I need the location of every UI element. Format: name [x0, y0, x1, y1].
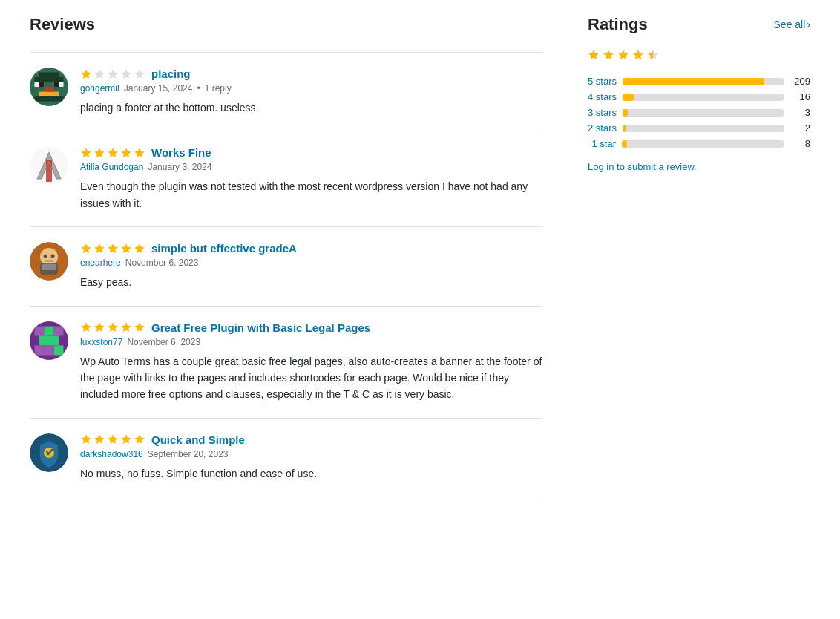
- reviewer-name[interactable]: Atilla Gundogan: [80, 162, 143, 172]
- review-item: simple but effective gradeA enearhere No…: [30, 227, 543, 306]
- review-content: Great Free Plugin with Basic Legal Pages…: [80, 321, 543, 403]
- reply-count: 1 reply: [205, 83, 232, 94]
- svg-rect-37: [35, 326, 45, 335]
- bar-count: 3: [790, 107, 810, 118]
- svg-rect-42: [54, 345, 64, 355]
- reviewer-avatar: [30, 433, 68, 472]
- review-date: January 3, 2024: [148, 162, 211, 172]
- star-label[interactable]: 2 stars: [588, 122, 617, 134]
- reviewer-name[interactable]: enearhere: [80, 258, 121, 268]
- svg-rect-9: [45, 87, 54, 92]
- svg-rect-38: [54, 326, 64, 335]
- log-in-link[interactable]: Log in to submit a review.: [588, 161, 697, 172]
- log-in-text: Log in to submit a review.: [588, 161, 810, 172]
- review-content: simple but effective gradeA enearhere No…: [80, 242, 543, 290]
- reviewer-name[interactable]: gongermil: [80, 83, 119, 94]
- svg-point-28: [44, 255, 47, 258]
- review-content: Quick and Simple darkshadow316 September…: [80, 433, 543, 482]
- svg-rect-1: [39, 73, 59, 78]
- review-stars: [80, 147, 145, 159]
- review-item: placing gongermil January 15, 2024• 1 re…: [30, 52, 543, 131]
- svg-marker-53: [108, 435, 117, 445]
- review-meta: Atilla Gundogan January 3, 2024: [80, 162, 543, 172]
- svg-marker-46: [108, 322, 117, 332]
- review-item: Great Free Plugin with Basic Legal Pages…: [30, 307, 543, 419]
- review-meta: enearhere November 6, 2023: [80, 258, 543, 268]
- reviewer-name[interactable]: darkshadow316: [80, 449, 143, 459]
- svg-marker-14: [134, 69, 144, 79]
- svg-marker-13: [121, 69, 131, 79]
- bar-track: [622, 140, 784, 148]
- svg-rect-27: [42, 264, 56, 270]
- svg-rect-7: [39, 92, 59, 97]
- svg-marker-60: [648, 50, 657, 59]
- review-body: Even though the plugin was not tested wi…: [80, 178, 543, 212]
- bar-count: 16: [790, 91, 810, 102]
- review-body: No muss, no fuss. Simple function and ea…: [80, 465, 543, 482]
- svg-marker-33: [108, 243, 117, 253]
- svg-rect-2: [35, 77, 64, 82]
- star-label[interactable]: 3 stars: [588, 107, 617, 118]
- review-meta: gongermil January 15, 2024• 1 reply: [80, 83, 543, 94]
- svg-marker-10: [81, 69, 91, 79]
- review-title[interactable]: Works Fine: [151, 146, 211, 159]
- svg-marker-47: [121, 322, 131, 332]
- bar-count: 8: [790, 138, 810, 149]
- bar-fill: [623, 94, 634, 101]
- review-meta: darkshadow316 September 20, 2023: [80, 449, 543, 459]
- bar-fill: [622, 140, 627, 148]
- svg-rect-40: [39, 335, 59, 345]
- bar-track: [623, 109, 784, 117]
- bar-fill: [623, 78, 764, 85]
- bar-track: [623, 94, 784, 101]
- svg-marker-45: [94, 322, 104, 332]
- star-label[interactable]: 5 stars: [588, 76, 617, 87]
- review-body: Easy peas.: [80, 274, 543, 290]
- reviewer-name[interactable]: luxxston77: [80, 337, 122, 347]
- review-date: November 6, 2023: [127, 337, 200, 347]
- svg-marker-56: [588, 50, 598, 59]
- svg-marker-48: [134, 322, 144, 332]
- review-body: Wp Auto Terms has a couple great basic f…: [80, 353, 543, 403]
- svg-marker-54: [121, 435, 131, 445]
- svg-rect-30: [45, 260, 53, 262]
- review-date: January 15, 2024: [124, 83, 193, 94]
- review-header: Works Fine: [80, 146, 543, 159]
- review-meta: luxxston77 November 6, 2023: [80, 337, 543, 347]
- svg-marker-52: [94, 435, 104, 445]
- review-stars: [80, 433, 145, 445]
- star-label[interactable]: 4 stars: [588, 91, 617, 102]
- svg-marker-34: [121, 243, 131, 253]
- svg-rect-8: [35, 96, 64, 102]
- review-title[interactable]: placing: [151, 68, 191, 80]
- review-header: placing: [80, 68, 543, 80]
- bar-track: [623, 125, 784, 132]
- rating-bar-row: 4 stars 16: [588, 91, 810, 102]
- svg-rect-17: [46, 160, 52, 182]
- svg-marker-23: [134, 148, 144, 157]
- review-date: November 6, 2023: [125, 258, 199, 268]
- rating-bar-row: 3 stars 3: [588, 107, 810, 118]
- svg-marker-59: [633, 50, 643, 59]
- rating-bar-row: 5 stars 209: [588, 76, 810, 87]
- svg-rect-5: [39, 82, 45, 88]
- svg-point-29: [51, 255, 55, 258]
- reviewer-avatar: [30, 242, 68, 281]
- review-body: placing a footer at the bottom. useless.: [80, 99, 543, 116]
- see-all-link[interactable]: See all ›: [774, 19, 810, 30]
- bar-fill: [623, 109, 628, 117]
- svg-rect-6: [54, 82, 59, 88]
- rating-bar-row: 1 star 8: [588, 138, 810, 149]
- svg-rect-39: [45, 326, 54, 335]
- svg-marker-44: [81, 322, 91, 332]
- review-header: simple but effective gradeA: [80, 242, 543, 255]
- review-title[interactable]: Great Free Plugin with Basic Legal Pages: [151, 321, 370, 334]
- star-label[interactable]: 1 star: [588, 138, 616, 149]
- svg-marker-22: [121, 148, 131, 157]
- review-stars: [80, 321, 145, 333]
- reviewer-avatar: [30, 321, 68, 360]
- svg-marker-31: [81, 243, 91, 253]
- review-title[interactable]: simple but effective gradeA: [151, 242, 297, 255]
- review-title[interactable]: Quick and Simple: [151, 433, 245, 446]
- svg-marker-12: [108, 69, 117, 79]
